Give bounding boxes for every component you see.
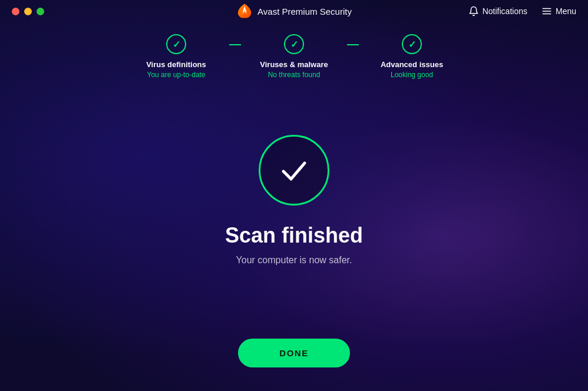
minimize-button[interactable] [24, 8, 32, 15]
done-button[interactable]: DONE [238, 339, 349, 367]
step-2-label: Viruses & malware [260, 60, 328, 69]
notifications-button[interactable]: Notifications [468, 6, 527, 16]
app-title-text: Avast Premium Security [257, 6, 352, 16]
connector-2 [347, 44, 359, 45]
scan-complete-icon [259, 135, 329, 206]
step-3-status: Looking good [391, 71, 433, 79]
step-virus-definitions: ✓ Virus definitions You are up-to-date [123, 34, 229, 79]
step-2-status: No threats found [268, 71, 321, 79]
app-title: Avast Premium Security [236, 3, 352, 19]
scan-finished-title: Scan finished [225, 223, 363, 248]
step-1-status: You are up-to-date [147, 71, 206, 79]
menu-button[interactable]: Menu [541, 6, 576, 16]
step-advanced-issues: ✓ Advanced issues Looking good [359, 34, 465, 79]
scan-finished-subtitle: Your computer is now safer. [236, 255, 352, 266]
step-1-check-icon: ✓ [173, 39, 180, 50]
step-1-label: Virus definitions [146, 60, 206, 69]
step-3-label: Advanced issues [381, 60, 443, 69]
step-3-circle: ✓ [402, 34, 422, 54]
bell-icon [468, 6, 479, 16]
traffic-lights [12, 8, 44, 15]
notifications-label: Notifications [483, 6, 527, 16]
big-check-icon [276, 153, 312, 188]
fullscreen-button[interactable] [37, 8, 44, 15]
close-button[interactable] [12, 8, 19, 15]
menu-label: Menu [556, 6, 576, 16]
titlebar: Avast Premium Security Notifications Men… [0, 0, 588, 22]
titlebar-right: Notifications Menu [468, 6, 576, 16]
step-viruses-malware: ✓ Viruses & malware No threats found [241, 34, 347, 79]
scan-steps: ✓ Virus definitions You are up-to-date ✓… [0, 22, 588, 85]
step-3-check-icon: ✓ [408, 39, 416, 50]
step-1-circle: ✓ [166, 34, 186, 54]
bottom-area: DONE [0, 339, 588, 391]
avast-logo-icon [236, 3, 253, 19]
menu-icon [541, 6, 552, 16]
connector-1 [229, 44, 241, 45]
step-2-check-icon: ✓ [290, 39, 298, 50]
step-2-circle: ✓ [284, 34, 304, 54]
main-content: Scan finished Your computer is now safer… [0, 85, 588, 339]
